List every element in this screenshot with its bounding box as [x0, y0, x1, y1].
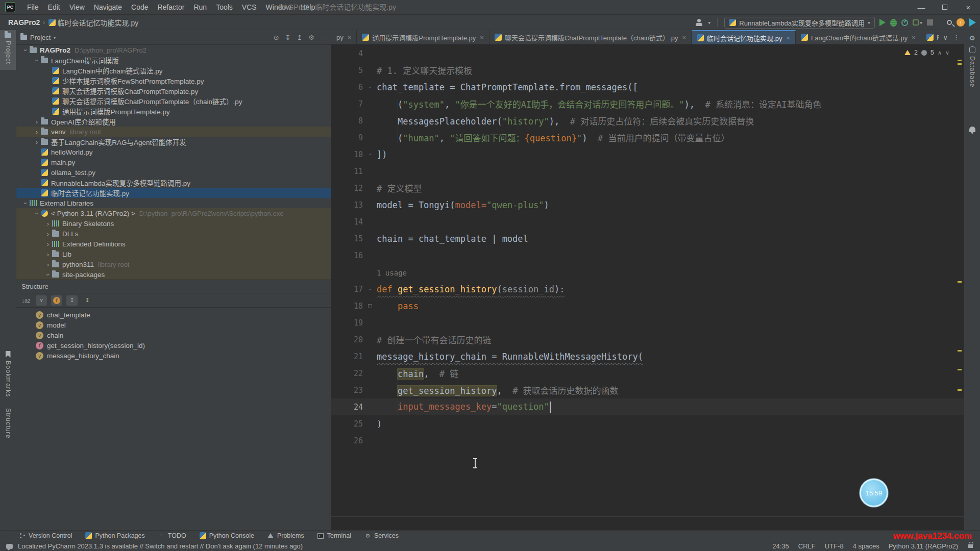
tree-row[interactable]: ollama_test.py — [16, 167, 331, 178]
menu-item-edit[interactable]: Edit — [43, 0, 65, 14]
tree-row[interactable]: ›site-packages — [16, 269, 331, 280]
expand-all-icon[interactable]: ↧ — [285, 34, 291, 41]
tree-row[interactable]: ›LangChain提示词模版 — [16, 55, 331, 65]
expand-all-icon[interactable]: ↥ — [66, 295, 78, 306]
search-everywhere-icon[interactable] — [947, 20, 952, 25]
interpreter-widget[interactable]: Python 3.11 (RAGPro2) — [889, 542, 958, 550]
maximize-button[interactable] — [933, 0, 957, 14]
menu-item-run[interactable]: Run — [189, 0, 211, 14]
code-line[interactable]: 1 usage — [331, 264, 964, 281]
tree-row[interactable]: 临时会话记忆功能实现.py — [16, 188, 331, 198]
code-line[interactable]: 19 — [331, 314, 964, 331]
menu-item-view[interactable]: View — [65, 0, 89, 14]
chevron-collapsed-icon[interactable]: › — [44, 251, 52, 258]
coverage-button[interactable] — [913, 19, 919, 26]
collapse-all-icon[interactable]: ↥ — [297, 34, 302, 41]
code-line[interactable]: 7 ("system", "你是一个友好的AI助手，会结合对话历史回答用户问题。… — [331, 95, 964, 112]
tab-close-icon[interactable]: × — [682, 34, 686, 41]
code-line[interactable]: 18 pass — [331, 297, 964, 314]
structure-item[interactable]: vchat_template — [16, 310, 331, 320]
tool-button-bookmarks[interactable]: Bookmarks — [0, 348, 16, 403]
project-view-selector[interactable]: ▾ — [53, 35, 56, 40]
code-line[interactable]: 15chain = chat_template | model — [331, 230, 964, 247]
hidden-tabs-icon[interactable]: ∨ — [943, 34, 948, 41]
tree-row[interactable]: ›Binary Skeletons — [16, 218, 331, 229]
chevron-expanded-icon[interactable]: › — [22, 199, 30, 207]
structure-item[interactable]: vmessage_history_chain — [16, 350, 331, 361]
filter-icon[interactable]: ⋎ — [36, 295, 47, 306]
code-line[interactable]: 25) — [331, 415, 964, 432]
stop-button[interactable] — [927, 19, 933, 26]
code-line[interactable]: 5# 1. 定义聊天提示模板 — [331, 62, 964, 79]
caret-position-widget[interactable]: 24:35 — [772, 542, 789, 550]
code-line[interactable]: 8 MessagesPlaceholder("history"), # 对话历史… — [331, 112, 964, 129]
show-fields-icon[interactable]: f — [51, 295, 62, 306]
tree-row[interactable]: LangChain中的chain链式语法.py — [16, 65, 331, 76]
line-ending-widget[interactable]: CRLF — [798, 542, 816, 550]
tool-button-project[interactable]: Project — [0, 30, 16, 70]
chevron-collapsed-icon[interactable]: › — [44, 220, 52, 228]
user-profile-icon[interactable] — [695, 19, 703, 26]
tree-row[interactable]: ›Extended Definitions — [16, 239, 331, 249]
fold-range-icon[interactable] — [368, 304, 372, 308]
editor-tab[interactable]: RunnableLamb — [921, 30, 939, 44]
chevron-collapsed-icon[interactable]: › — [33, 138, 41, 146]
chevron-expanded-icon[interactable]: › — [33, 56, 41, 64]
collapse-all-icon[interactable]: ↧ — [82, 295, 93, 306]
tree-row[interactable]: 少样本提示词模板FewShotPromptTemplate.py — [16, 76, 331, 86]
code-line[interactable]: 4 — [331, 45, 964, 62]
error-stripe[interactable] — [957, 30, 963, 530]
locate-file-icon[interactable]: ⊙ — [274, 34, 279, 41]
menu-item-tools[interactable]: Tools — [211, 0, 237, 14]
breadcrumb-file[interactable]: 临时会话记忆功能实现.py — [58, 17, 139, 28]
editor-tab[interactable]: 聊天会话提示词模版ChatPromptTemplate（chain链式）.py× — [489, 30, 692, 44]
minimize-button[interactable]: — — [910, 0, 933, 14]
code-editor[interactable]: 2 5 ∧ ∨ 45# 1. 定义聊天提示模板6›chat_template =… — [331, 45, 964, 530]
chevron-expanded-icon[interactable]: › — [33, 209, 41, 217]
chevron-collapsed-icon[interactable]: › — [44, 230, 52, 238]
code-line[interactable]: 13model = Tongyi(model="qwen-plus") — [331, 196, 964, 213]
code-line[interactable]: 22 chain, # 链 — [331, 365, 964, 382]
tool-window-button-todo[interactable]: ≡TODO — [158, 532, 186, 539]
tree-row[interactable]: 聊天会话提示词模版ChatPromptTemplate.py — [16, 86, 331, 96]
chevron-collapsed-icon[interactable]: › — [44, 240, 52, 248]
editor-tab[interactable]: 临时会话记忆功能实现.py× — [692, 30, 796, 44]
indent-widget[interactable]: 4 spaces — [853, 542, 879, 550]
editor-tab[interactable]: 通用提示词模版PromptTemplate.py× — [357, 30, 489, 44]
chevron-expanded-icon[interactable]: › — [22, 46, 30, 54]
code-line[interactable]: 14 — [331, 213, 964, 230]
tab-close-icon[interactable]: × — [912, 34, 916, 41]
menu-item-refactor[interactable]: Refactor — [153, 0, 189, 14]
tool-window-button-terminal[interactable]: ›_Terminal — [317, 532, 351, 539]
tree-row[interactable]: RunnableLambda实现复杂多模型链路调用.py — [16, 178, 331, 188]
chevron-expanded-icon[interactable]: › — [44, 270, 52, 279]
tree-row[interactable]: ›OpenAI库介绍和使用 — [16, 116, 331, 127]
chevron-collapsed-icon[interactable]: › — [33, 118, 41, 126]
tree-row[interactable]: ›venvlibrary root — [16, 127, 331, 137]
sort-alphabetically-icon[interactable]: ↓az — [20, 295, 32, 306]
warning-stripe-mark[interactable] — [958, 281, 962, 283]
editor-tab[interactable]: py× — [331, 30, 357, 44]
tree-row[interactable]: ›< Python 3.11 (RAGPro2) >D:\python_pro\… — [16, 208, 331, 218]
settings-gear-icon[interactable]: ⚙ — [308, 34, 314, 41]
warning-stripe-mark[interactable] — [958, 60, 962, 61]
code-line[interactable]: 10›]) — [331, 146, 964, 163]
code-line[interactable]: 26 — [331, 432, 964, 449]
warning-stripe-mark[interactable] — [958, 369, 962, 370]
tree-row[interactable]: ›RAGPro2D:\python_pro\RAGPro2 — [16, 45, 331, 55]
warning-stripe-mark[interactable] — [958, 350, 962, 352]
code-line[interactable]: 6›chat_template = ChatPromptTemplate.fro… — [331, 79, 964, 95]
tool-button-database[interactable]: Database — [964, 44, 980, 93]
tree-row[interactable]: 聊天会话提示词模版ChatPromptTemplate（chain链式）.py — [16, 96, 331, 106]
notification-bubble-icon[interactable] — [6, 544, 13, 549]
structure-item[interactable]: fget_session_history(session_id) — [16, 340, 331, 350]
tree-row[interactable]: 通用提示词模版PromptTemplate.py — [16, 106, 331, 116]
fold-collapse-icon[interactable]: › — [366, 287, 373, 291]
chevron-collapsed-icon[interactable]: › — [33, 128, 41, 136]
tool-window-button-python-packages[interactable]: Python Packages — [85, 532, 144, 539]
update-available-icon[interactable]: ↑ — [957, 18, 965, 27]
tool-button-notifications[interactable] — [964, 124, 980, 135]
menu-item-vcs[interactable]: VCS — [237, 0, 261, 14]
usage-hint[interactable]: 1 usage — [377, 269, 407, 277]
tree-row[interactable]: main.py — [16, 157, 331, 167]
